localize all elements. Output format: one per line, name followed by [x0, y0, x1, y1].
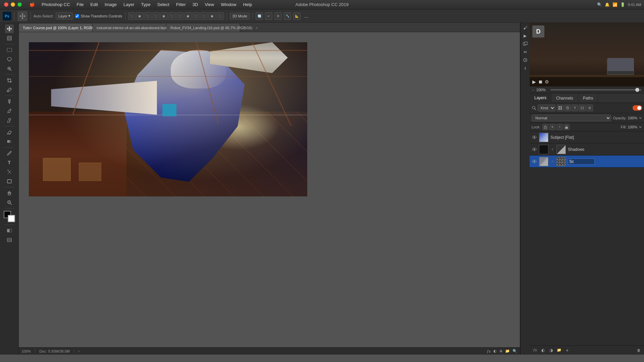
eraser-tool[interactable] — [5, 128, 14, 136]
apple-menu-item[interactable]: 🍎 — [27, 1, 38, 8]
lasso-tool[interactable] — [5, 55, 14, 64]
layer-link-sc[interactable] — [550, 159, 554, 164]
extra-tools-icon1[interactable]: 🔄 — [256, 12, 263, 20]
rt-play-icon[interactable]: ▶ — [522, 32, 529, 40]
zoom-slider[interactable] — [550, 89, 637, 90]
align-top-icon[interactable]: ⬛ — [152, 12, 160, 20]
layers-folder-icon[interactable]: 📁 — [556, 347, 562, 354]
show-transform-checkbox[interactable]: Show Transform Controls — [75, 14, 122, 18]
filter-toggle[interactable] — [633, 105, 642, 111]
rt-history-icon[interactable] — [522, 56, 529, 64]
layers-delete-icon[interactable]: 🗑 — [635, 347, 642, 354]
extra-tools-icon2[interactable]: ↩ — [265, 12, 272, 20]
search-icon[interactable]: 🔍 — [597, 2, 602, 7]
align-center-v-icon[interactable]: ▣ — [160, 12, 168, 20]
extra-tools-icon5[interactable]: 📐 — [293, 12, 301, 20]
layers-new-icon[interactable]: + — [564, 347, 571, 354]
zoom-decrease-icon[interactable]: − — [532, 88, 534, 92]
tab-industrial[interactable]: industrial-interior-of-an-old-abandoned-… — [93, 24, 166, 32]
pen-tool[interactable] — [5, 149, 14, 158]
align-bottom-icon[interactable]: ⬛ — [168, 12, 176, 20]
notification-icon[interactable]: 🔔 — [605, 2, 610, 7]
extra-tools-icon3[interactable]: ⚙ — [274, 12, 282, 20]
help-menu-item[interactable]: Help — [240, 1, 255, 8]
maximize-button[interactable] — [17, 2, 22, 7]
rt-3d-icon[interactable] — [522, 40, 529, 48]
layer-name-sc-input[interactable] — [568, 159, 595, 165]
tab-paths[interactable]: Paths — [578, 94, 598, 103]
distribute-right-icon[interactable]: ⬛ — [193, 12, 200, 20]
layer-link-shadows[interactable] — [550, 147, 554, 152]
3d-menu-item[interactable]: 3D — [190, 1, 201, 8]
screen-mode-tool[interactable] — [5, 236, 14, 244]
distribute-center-h-icon[interactable]: ▣ — [184, 12, 192, 20]
layer-vis-sc[interactable] — [532, 159, 537, 164]
rt-text-icon[interactable]: AI — [522, 48, 529, 56]
search-icon2[interactable]: 🔍 — [513, 349, 517, 353]
artboard-tool[interactable] — [5, 34, 14, 43]
brush-tool[interactable] — [5, 107, 14, 115]
quick-mask-tool[interactable] — [5, 226, 14, 235]
vc-stop-icon[interactable]: ⏹ — [538, 79, 543, 84]
vc-settings-icon[interactable]: ⚙ — [545, 79, 549, 84]
opacity-dropdown-icon[interactable] — [639, 116, 642, 120]
layer-row-sc[interactable] — [530, 156, 644, 168]
move-tool[interactable] — [5, 24, 14, 33]
align-left-icon[interactable]: ⬛ — [128, 12, 136, 20]
clone-stamp-tool[interactable] — [5, 116, 14, 125]
layers-mask-icon[interactable]: ◐ — [540, 347, 546, 354]
hand-tool[interactable] — [5, 189, 14, 197]
show-transform-input[interactable] — [75, 14, 79, 18]
folder-icon[interactable]: 📁 — [505, 349, 510, 353]
filter-type-select[interactable]: Kind — [538, 105, 555, 111]
lock-pixels-icon[interactable] — [542, 124, 548, 130]
distribute-left-icon[interactable]: ⬛ — [176, 12, 184, 20]
crop-tool[interactable] — [5, 76, 14, 85]
more-options-icon[interactable]: ... — [303, 13, 310, 19]
filter-shape-icon[interactable] — [579, 105, 586, 111]
zoom-tool[interactable] — [5, 198, 14, 207]
distribute-bottom-icon[interactable]: ⬛ — [217, 12, 224, 20]
blend-mode-select[interactable]: Normal — [532, 115, 611, 121]
3d-mode-btn[interactable]: 3D Mode — [230, 13, 250, 19]
layers-fx-icon[interactable]: ƒx — [532, 347, 538, 354]
file-menu-item[interactable]: File — [74, 1, 87, 8]
tab-tuts-course[interactable]: Tuts+ Course.psd @ 100% (Layer 1, RGB/8)… — [19, 24, 93, 32]
opacity-value[interactable]: 100% — [628, 116, 637, 120]
layer-menu-item[interactable]: Layer — [121, 1, 137, 8]
close-button[interactable] — [4, 2, 8, 7]
filter-adjust-icon[interactable] — [564, 105, 571, 111]
minimize-button[interactable] — [11, 2, 15, 7]
rectangle-tool[interactable] — [5, 177, 14, 186]
lock-all-icon[interactable] — [564, 124, 570, 130]
distribute-top-icon[interactable]: ⬛ — [201, 12, 208, 20]
zoom-increase-icon[interactable]: + — [639, 88, 641, 92]
text-tool[interactable]: T — [5, 158, 14, 167]
tab-robot-close[interactable]: × — [256, 26, 258, 30]
align-right-icon[interactable]: ⬛ — [144, 12, 152, 20]
tab-layers[interactable]: Layers — [530, 94, 551, 103]
arrow-icon[interactable]: › — [78, 349, 79, 354]
auto-select-dropdown[interactable]: Layer ▾ — [56, 12, 73, 19]
fill-dropdown-icon[interactable] — [639, 125, 642, 129]
filter-menu-item[interactable]: Filter — [173, 1, 189, 8]
rt-brush-icon[interactable]: 🖌 — [522, 24, 529, 32]
eyedropper-tool[interactable] — [5, 85, 14, 94]
tab-channels[interactable]: Channels — [551, 94, 578, 103]
foreground-background-colors[interactable] — [4, 211, 15, 222]
layer-vis-shadows[interactable] — [532, 147, 537, 152]
move-tool-active[interactable] — [17, 11, 28, 21]
vc-play-icon[interactable]: ▶ — [532, 79, 536, 84]
type-menu-item[interactable]: Type — [139, 1, 153, 8]
healing-brush-tool[interactable] — [5, 97, 14, 106]
extra-tools-icon4[interactable]: 🔧 — [284, 12, 291, 20]
layer-row-shadows[interactable]: Shadows — [530, 143, 644, 156]
window-menu-item[interactable]: Window — [218, 1, 239, 8]
gradient-tool[interactable] — [5, 137, 14, 146]
mask-icon[interactable]: ◐ — [493, 349, 497, 353]
fx-icon[interactable]: ƒx — [487, 349, 491, 353]
edit-menu-item[interactable]: Edit — [88, 1, 101, 8]
quick-select-tool[interactable] — [5, 64, 14, 73]
image-menu-item[interactable]: Image — [102, 1, 119, 8]
background-color[interactable] — [8, 215, 15, 222]
